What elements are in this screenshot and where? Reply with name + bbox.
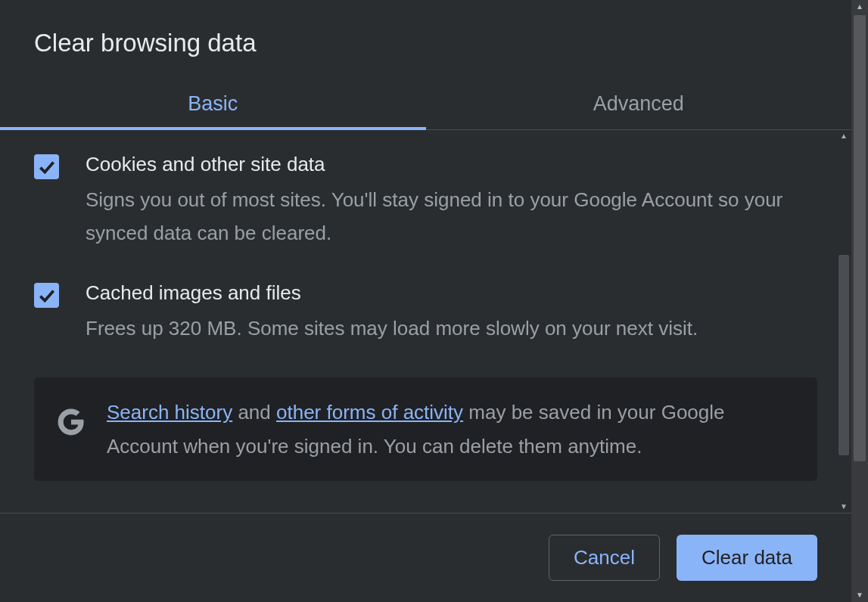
cancel-button[interactable]: Cancel xyxy=(549,535,660,581)
option-cookies-desc: Signs you out of most sites. You'll stay… xyxy=(86,184,817,250)
search-history-link[interactable]: Search history xyxy=(107,401,232,424)
tab-basic[interactable]: Basic xyxy=(0,82,426,129)
dialog-footer: Cancel Clear data xyxy=(0,513,851,602)
cancel-button-label: Cancel xyxy=(574,546,635,569)
google-account-info: Search history and other forms of activi… xyxy=(34,377,817,481)
clear-data-button-label: Clear data xyxy=(702,546,792,569)
tabs-bar: Basic Advanced xyxy=(0,82,851,130)
option-cookies-text: Cookies and other site data Signs you ou… xyxy=(86,153,817,250)
check-icon xyxy=(37,157,57,177)
check-icon xyxy=(37,286,57,306)
clear-browsing-data-dialog: Clear browsing data Basic Advanced Cooki… xyxy=(0,0,851,602)
info-text-mid1: and xyxy=(232,401,276,424)
checkbox-cache[interactable] xyxy=(34,283,59,308)
clear-data-button[interactable]: Clear data xyxy=(677,535,817,581)
option-cache-desc: Frees up 320 MB. Some sites may load mor… xyxy=(86,312,817,346)
window-scrollbar[interactable]: ▲ ▼ xyxy=(851,0,868,602)
option-cookies: Cookies and other site data Signs you ou… xyxy=(34,153,817,250)
option-cache: Cached images and files Frees up 320 MB.… xyxy=(34,281,817,346)
tab-advanced-label: Advanced xyxy=(593,92,684,115)
option-cache-text: Cached images and files Frees up 320 MB.… xyxy=(86,281,817,346)
scrollbar-thumb[interactable] xyxy=(854,15,866,461)
option-cache-title: Cached images and files xyxy=(86,281,817,305)
option-cookies-title: Cookies and other site data xyxy=(86,153,817,176)
tab-basic-label: Basic xyxy=(188,92,238,115)
other-activity-link[interactable]: other forms of activity xyxy=(276,401,463,424)
scroll-down-icon: ▼ xyxy=(851,588,868,602)
tab-advanced[interactable]: Advanced xyxy=(426,82,852,129)
scroll-up-icon: ▲ xyxy=(851,0,868,14)
checkbox-cookies[interactable] xyxy=(34,154,59,179)
google-icon xyxy=(57,408,86,436)
options-content: Cookies and other site data Signs you ou… xyxy=(0,130,851,513)
google-account-info-text: Search history and other forms of activi… xyxy=(107,396,795,463)
dialog-title: Clear browsing data xyxy=(0,0,851,82)
